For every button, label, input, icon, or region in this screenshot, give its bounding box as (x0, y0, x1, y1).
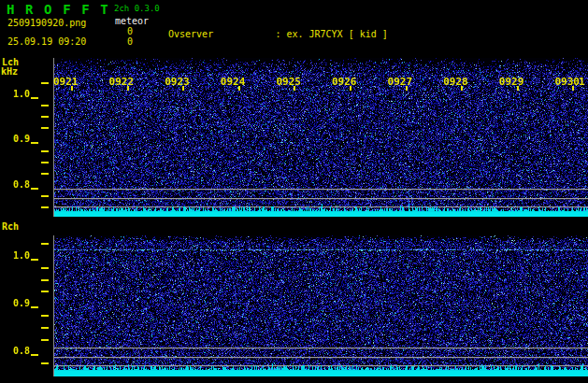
datetime-label: 25.09.19 09:20 (7, 36, 86, 47)
freq-tick-minor-mark (41, 327, 49, 329)
time-tick-label-partial: 1 (579, 76, 585, 88)
freq-tick-minor-mark (41, 127, 49, 129)
freq-tick-label: 0.9 (0, 134, 30, 144)
spectrogram-rch-canvas (53, 235, 588, 376)
time-tick-label: 0922 (109, 76, 135, 88)
time-tick-mark (71, 86, 73, 91)
time-tick-label: 0921 (53, 76, 79, 88)
freq-tick-minor-mark (41, 116, 49, 118)
freq-tick-major-mark (31, 259, 38, 261)
time-tick-mark (350, 86, 351, 91)
freq-tick-minor-mark (41, 206, 49, 208)
time-tick-mark (406, 86, 408, 91)
freq-tick-minor-mark (41, 82, 49, 84)
time-tick-label: 0930 (554, 76, 580, 88)
time-tick-label: 0926 (332, 76, 357, 88)
freq-tick-label: 0.8 (0, 179, 30, 190)
meteor-counter-label: meteor (115, 16, 149, 26)
observer-line: Ovserver : ex. JR7CYX [ kid ] (168, 28, 588, 41)
time-tick-mark (182, 86, 184, 91)
freq-tick-minor-mark (41, 105, 49, 106)
freq-tick-label: 0.9 (0, 298, 30, 308)
freq-tick-minor-mark (41, 162, 49, 163)
app-title: H R O F F T (7, 2, 109, 17)
output-filename: 2509190920.png (7, 18, 86, 28)
time-tick-mark (517, 86, 519, 91)
time-tick-label: 0927 (388, 76, 413, 88)
freq-tick-minor-mark (41, 362, 49, 364)
meteor-count-long: 0 (127, 26, 133, 36)
meteor-count: 0 (127, 36, 133, 47)
freq-tick-major-mark (31, 97, 38, 99)
freq-tick-major-mark (31, 188, 38, 190)
time-tick-label: 0928 (443, 76, 468, 88)
freq-tick-label: 1.0 (0, 250, 30, 261)
freq-tick-minor-mark (41, 315, 49, 317)
freq-tick-label: 1.0 (0, 89, 30, 99)
time-tick-label: 0924 (221, 76, 246, 88)
freq-tick-minor-mark (41, 267, 49, 269)
freq-tick-major-mark (31, 354, 38, 356)
time-tick-mark (461, 86, 463, 91)
time-tick-mark (238, 86, 240, 91)
time-tick-mark (127, 86, 129, 91)
freq-tick-minor-mark (41, 195, 49, 197)
freq-tick-minor-mark (41, 279, 49, 281)
time-tick-mark (294, 86, 295, 91)
freq-tick-major-mark (31, 142, 38, 144)
spectrogram-rch (53, 235, 588, 376)
freq-tick-minor-mark (41, 173, 49, 175)
freq-tick-minor-mark (41, 243, 49, 245)
time-tick-label: 0923 (165, 76, 190, 88)
hrofft-window: H R O F F T 2ch 0.3.0 2509190920.png met… (0, 0, 588, 383)
freq-tick-minor-mark (41, 150, 49, 152)
rch-channel-label: Rch (2, 221, 19, 232)
time-tick-mark (572, 86, 574, 91)
freq-tick-minor-mark (41, 291, 49, 292)
freq-tick-minor-mark (41, 339, 49, 341)
freq-tick-major-mark (31, 306, 38, 308)
frequency-unit-label: kHz (1, 66, 18, 77)
app-version: 2ch 0.3.0 (114, 4, 160, 13)
freq-tick-label: 0.8 (0, 346, 30, 356)
time-tick-label: 0929 (499, 76, 524, 88)
time-tick-label: 0925 (276, 76, 301, 88)
